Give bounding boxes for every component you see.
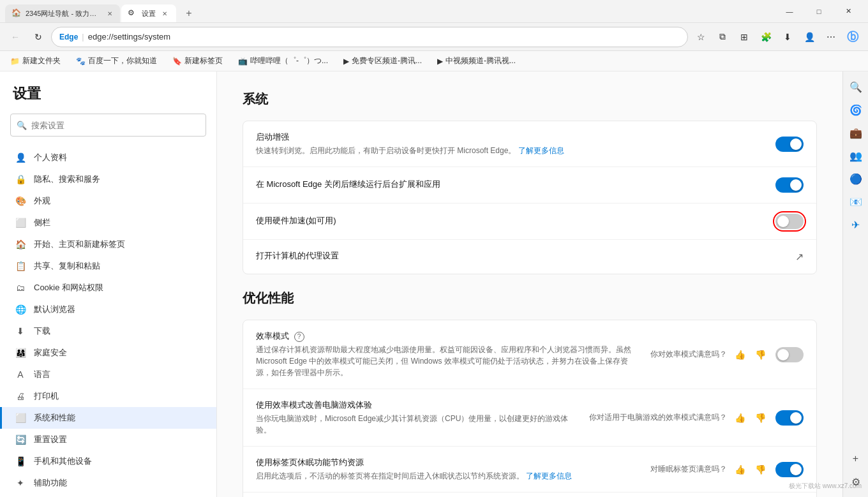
add-tools-btn[interactable]: + — [846, 449, 866, 469]
minimize-button[interactable]: — — [775, 1, 804, 22]
sidebar-label-mobile: 手机和其他设备 — [34, 456, 92, 467]
sidebar-label-family: 家庭安全 — [34, 347, 67, 359]
browser-window: 🏠 2345网址导航 - 致力于打造百年... ✕ ⚙ 设置 ✕ + — □ ✕… — [0, 0, 868, 497]
tab-1-close[interactable]: ✕ — [106, 8, 114, 19]
hardware-accel-toggle[interactable] — [775, 214, 804, 229]
startup-boost-link[interactable]: 了解更多信息 — [518, 146, 564, 155]
gaming-efficiency-toggle[interactable] — [775, 410, 804, 426]
startup-boost-toggle[interactable] — [775, 137, 804, 152]
proxy-external-icon[interactable]: ↗ — [795, 251, 804, 263]
sidebar-item-reset[interactable]: 🔄 重置设置 — [0, 429, 216, 450]
tab-1[interactable]: 🏠 2345网址导航 - 致力于打造百年... ✕ — [5, 4, 120, 22]
sidebar-label-reset: 重置设置 — [34, 434, 67, 445]
background-run-toggle[interactable] — [775, 177, 804, 193]
bookmark-tencent2-icon: ▶ — [437, 57, 443, 66]
profile-button[interactable]: 👤 — [799, 27, 819, 47]
title-bar: 🏠 2345网址导航 - 致力于打造百年... ✕ ⚙ 设置 ✕ + — □ ✕ — [0, 0, 868, 23]
bookmark-newfolder[interactable]: 📁 新建文件夹 — [5, 54, 66, 68]
efficiency-thumbdown[interactable]: 👎 — [752, 347, 768, 362]
sidebar-item-printing[interactable]: 🖨 打印机 — [0, 385, 216, 407]
watermark-text: 极光下载站 www.xz7.com — [789, 482, 862, 491]
tab-2[interactable]: ⚙ 设置 ✕ — [121, 4, 176, 22]
sleeping-tabs-toggle[interactable] — [775, 462, 804, 477]
collections-btn[interactable]: 💼 — [846, 122, 866, 143]
sidebar-item-appearance[interactable]: 🎨 外观 — [0, 190, 216, 212]
sidebar-item-cookies[interactable]: 🗂 Cookie 和网站权限 — [0, 277, 216, 299]
bookmark-tencent2-label: 中视频频道-腾讯视... — [445, 56, 516, 66]
settings-more-button[interactable]: ⋯ — [821, 27, 841, 47]
sidebar-item-sidebar[interactable]: ⬜ 侧栏 — [0, 212, 216, 234]
tab-2-close[interactable]: ✕ — [160, 8, 170, 19]
sidebar-item-family[interactable]: 👨‍👩‍👧 家庭安全 — [0, 342, 216, 364]
maximize-button[interactable]: □ — [804, 1, 834, 22]
gaming-thumbdown[interactable]: 👎 — [752, 410, 768, 426]
extensions-button[interactable]: 🧩 — [756, 27, 776, 47]
sidebar-item-profile[interactable]: 👤 个人资料 — [0, 147, 216, 168]
sidebar-item-mobile[interactable]: 📱 手机和其他设备 — [0, 450, 216, 472]
share-icon: 📋 — [15, 261, 26, 271]
gaming-thumbup[interactable]: 👍 — [732, 410, 747, 426]
startup-boost-row: 启动增强 快速转到浏览。启用此功能后，有助于启动设备时更快打开 Microsof… — [243, 121, 816, 167]
edge-apps-btn[interactable]: 🔵 — [846, 168, 866, 189]
address-bar[interactable]: Edge | edge://settings/system — [51, 27, 688, 47]
background-run-thumb — [790, 179, 802, 191]
default-browser-icon: 🌐 — [15, 304, 26, 315]
new-tab-button[interactable]: + — [180, 4, 198, 22]
back-button[interactable]: ← — [5, 27, 26, 47]
sleeping-thumbdown[interactable]: 👎 — [752, 462, 768, 477]
efficiency-mode-toggle[interactable] — [775, 347, 804, 362]
bookmark-tencent1-icon: ▶ — [343, 57, 349, 66]
sidebar-item-accessibility[interactable]: ✦ 辅助功能 — [0, 472, 216, 494]
gaming-efficiency-label: 使用效率模式改善电脑游戏体验 — [256, 399, 581, 411]
bookmark-newtab[interactable]: 🔖 新建标签页 — [167, 54, 228, 68]
bookmarks-bar: 📁 新建文件夹 🐾 百度一下，你就知道 🔖 新建标签页 📺 哔哩哔哩（゜-゜）つ… — [0, 51, 868, 71]
sidebar-item-downloads[interactable]: ⬇ 下载 — [0, 320, 216, 342]
outlook-btn[interactable]: 📧 — [846, 191, 866, 212]
close-button[interactable]: ✕ — [834, 1, 863, 22]
tab-1-label: 2345网址导航 - 致力于打造百年... — [26, 9, 102, 19]
copilot-button[interactable]: ⓑ — [842, 27, 863, 47]
bookmark-baidu-label: 百度一下，你就知道 — [88, 56, 157, 66]
efficiency-thumbup[interactable]: 👍 — [732, 347, 747, 362]
search-input[interactable] — [10, 114, 206, 137]
background-run-row: 在 Microsoft Edge 关闭后继续运行后台扩展和应用 — [243, 167, 816, 204]
newtab-icon: 🏠 — [15, 239, 26, 249]
performance-settings-group: 效率模式 ? 通过保存计算机资源帮助最大程度地减少电源使用量。权益可能因设备、应… — [243, 320, 817, 497]
bookmark-baidu[interactable]: 🐾 百度一下，你就知道 — [71, 54, 162, 68]
sidebar-item-privacy[interactable]: 🔒 隐私、搜索和服务 — [0, 168, 216, 190]
gaming-satisfaction: 你对适用于电脑游戏的效率模式满意吗？ 👍 👎 — [589, 410, 768, 426]
sidebar-label-appearance: 外观 — [34, 195, 50, 207]
bookmark-baidu-icon: 🐾 — [76, 57, 86, 66]
send-btn[interactable]: ✈ — [846, 214, 866, 235]
edge-sidebar-btn[interactable]: 🌀 — [846, 100, 866, 120]
search-sidebar-btn[interactable]: 🔍 — [846, 77, 866, 97]
favorites-button[interactable]: ☆ — [691, 27, 711, 47]
downloads-nav-button[interactable]: ⬇ — [777, 27, 798, 47]
people-btn[interactable]: 👥 — [846, 145, 866, 166]
proxy-info: 打开计算机的代理设置 — [256, 250, 788, 263]
fade-sleeping-row: 淡出睡眠标签页 — [243, 493, 816, 497]
bookmark-tencent1[interactable]: ▶ 免费专区频道-腾讯... — [338, 54, 427, 68]
bookmark-tencent2[interactable]: ▶ 中视频频道-腾讯视... — [432, 54, 521, 68]
sleeping-thumbup[interactable]: 👍 — [732, 462, 747, 477]
sidebar-label-system: 系统和性能 — [34, 412, 75, 424]
sidebar-label-printing: 打印机 — [34, 390, 59, 402]
split-screen-button[interactable]: ⧉ — [712, 27, 733, 47]
sidebar-item-newtab[interactable]: 🏠 开始、主页和新建标签页 — [0, 234, 216, 255]
tab-bar: 🏠 2345网址导航 - 致力于打造百年... ✕ ⚙ 设置 ✕ + — [5, 0, 775, 22]
system-section-title: 系统 — [243, 91, 817, 108]
sidebar-item-about[interactable]: 🔄 关于 Microsoft Edge — [0, 494, 216, 497]
system-icon: ⬜ — [15, 413, 26, 423]
sidebar-item-default-browser[interactable]: 🌐 默认浏览器 — [0, 299, 216, 320]
sleeping-tabs-thumb — [790, 464, 802, 475]
workspaces-button[interactable]: ⊞ — [734, 27, 754, 47]
sidebar-item-language[interactable]: A 语言 — [0, 364, 216, 385]
performance-section-title: 优化性能 — [243, 290, 817, 307]
sleeping-tabs-link[interactable]: 了解更多信息 — [526, 471, 572, 480]
sidebar-item-system[interactable]: ⬜ 系统和性能 — [0, 407, 216, 429]
bookmark-bilibili[interactable]: 📺 哔哩哔哩（゜-゜）つ... — [233, 54, 333, 68]
refresh-button[interactable]: ↻ — [28, 27, 49, 47]
sidebar-item-share[interactable]: 📋 共享、复制和粘贴 — [0, 255, 216, 277]
sidebar-label-default-browser: 默认浏览器 — [34, 304, 75, 315]
efficiency-mode-info-icon[interactable]: ? — [294, 332, 304, 342]
